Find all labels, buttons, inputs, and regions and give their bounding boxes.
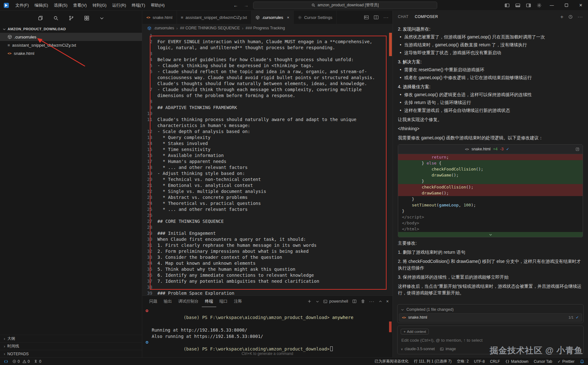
tab-chat[interactable]: CHAT xyxy=(398,14,409,19)
eol-status[interactable]: CRLF xyxy=(490,359,500,364)
panel-tab[interactable]: 端口 xyxy=(216,296,231,307)
minimize-button[interactable]: — xyxy=(545,0,559,11)
diff-expand-bar[interactable] xyxy=(398,232,583,237)
cursor-tab-status[interactable]: Cursor Tab xyxy=(534,359,552,364)
diff-header[interactable]: <> snake.html +4 -3 ✓ xyxy=(398,145,583,154)
menu-item[interactable]: 查看(V) xyxy=(70,1,89,9)
chat-message-area[interactable]: 2. 发现问题所在:虽然状态被重置了，但游戏循环 gameLoop() 只在页面… xyxy=(393,23,588,303)
breadcrumb-heading1[interactable]: ## CORE THINKING SEQUENCE xyxy=(180,26,240,30)
line-number[interactable]: 15 xyxy=(142,147,157,153)
line-number[interactable]: 25 xyxy=(142,206,157,212)
copy-files-icon[interactable] xyxy=(38,15,43,21)
line-number[interactable]: 20 xyxy=(142,177,157,182)
menu-item[interactable]: 运行(R) xyxy=(109,1,129,9)
menu-item[interactable]: 选择(S) xyxy=(51,1,70,9)
split-terminal-icon[interactable] xyxy=(352,299,357,304)
line-number[interactable]: 10 xyxy=(142,111,157,117)
open-file-icon[interactable] xyxy=(575,147,580,151)
tab-cursorrules[interactable]: .cursorrules × xyxy=(252,11,294,24)
editor-pane[interactable]: 1 2 For EVERY SINGLE interaction with hu… xyxy=(142,32,393,295)
line-number[interactable]: 33 xyxy=(142,254,157,260)
indentation-status[interactable]: 空格: 2 xyxy=(457,359,468,364)
tree-item-cursorrules[interactable]: .cursorrules xyxy=(0,33,142,41)
composer-input-box[interactable]: + Add context Edit code (Ctrl+I), @ to m… xyxy=(397,326,584,354)
toggle-secondary-sidebar-icon[interactable] xyxy=(523,0,534,11)
back-arrow-icon[interactable]: ← xyxy=(232,3,240,8)
tab-cursor-settings[interactable]: Cursor Settings xyxy=(294,11,337,24)
formatter-status[interactable]: ✓ Prettier xyxy=(557,359,574,364)
line-number[interactable]: 13 xyxy=(142,135,157,141)
shell-badge[interactable]: powershell xyxy=(323,299,348,304)
line-number[interactable]: 2 xyxy=(142,39,157,51)
panel-tab[interactable]: 输出 xyxy=(161,296,175,307)
tree-item-snake-html[interactable]: <> snake.html xyxy=(0,49,142,57)
tree-item-assistant-snippet[interactable]: ≡ assistant_snippet_dt4wzmCiZy.txt xyxy=(0,41,142,49)
settings-gear-icon[interactable] xyxy=(534,0,545,11)
remote-indicator-icon[interactable] xyxy=(4,359,8,364)
line-number[interactable]: 21 xyxy=(142,182,157,188)
sidebar-section[interactable]: › NOTEPADS xyxy=(0,350,142,357)
line-number[interactable]: 12 xyxy=(142,129,157,135)
more-actions-icon[interactable]: ··· xyxy=(369,299,375,304)
line-number[interactable]: 22 xyxy=(142,188,157,194)
line-number[interactable]: 8 xyxy=(142,99,157,105)
ports-indicator[interactable]: 0 xyxy=(34,359,41,364)
line-number[interactable]: 11 xyxy=(142,117,157,129)
line-number[interactable]: 29 xyxy=(142,230,157,236)
line-number[interactable]: 14 xyxy=(142,141,157,147)
terminal-profile-chevron-icon[interactable] xyxy=(316,300,319,303)
line-number[interactable]: 32 xyxy=(142,248,157,254)
screen-reader-status[interactable]: 已为屏幕阅读器优化 xyxy=(375,359,409,364)
explorer-section-header[interactable]: AMZON_PRODUCT_DOWNLOAD xyxy=(0,25,142,33)
maximize-panel-chevron-icon[interactable] xyxy=(379,300,382,303)
editor-scrollbar[interactable] xyxy=(388,32,393,295)
line-number[interactable]: 17 xyxy=(142,159,157,165)
tab-composer[interactable]: COMPOSER xyxy=(415,14,438,19)
command-center-search[interactable]: amzon_product_download [管理员] xyxy=(253,2,437,9)
tab-snake-html[interactable]: <> snake.html xyxy=(142,11,177,24)
close-panel-icon[interactable]: × xyxy=(386,299,389,304)
markdown-preview-icon[interactable] xyxy=(364,15,369,20)
line-number[interactable]: 9 xyxy=(142,105,157,111)
line-number[interactable]: 35 xyxy=(142,266,157,272)
tab-assistant-snippet[interactable]: ≡ assistant_snippet_dt4wzmCiZy.txt xyxy=(177,11,252,24)
history-icon[interactable] xyxy=(568,14,573,19)
line-number[interactable]: 1 xyxy=(142,33,157,39)
completed-file-row[interactable]: <> snake.html 1/1 ✓ xyxy=(399,313,582,322)
completed-header[interactable]: Completed (1 file changed) xyxy=(399,306,582,313)
attach-image-button[interactable]: image xyxy=(440,347,456,351)
kill-terminal-trash-icon[interactable] xyxy=(361,299,365,304)
toggle-sidebar-icon[interactable] xyxy=(502,0,512,11)
panel-tab[interactable]: 调试控制台 xyxy=(175,296,202,307)
line-number[interactable]: 28 xyxy=(142,224,157,230)
menu-item[interactable]: 终端(T) xyxy=(129,1,148,9)
menu-item[interactable]: 编辑(E) xyxy=(32,1,51,9)
panel-tab[interactable]: 终端 xyxy=(202,296,216,307)
toggle-panel-icon[interactable] xyxy=(512,0,523,11)
more-actions-icon[interactable]: ··· xyxy=(578,14,583,19)
cursor-position-status[interactable]: 行 111, 列 1 (已选择 7) xyxy=(414,359,452,364)
breadcrumb-heading2[interactable]: ### Progress Tracking xyxy=(246,26,285,30)
extensions-icon[interactable] xyxy=(84,15,89,21)
line-number[interactable]: 31 xyxy=(142,242,157,248)
line-number[interactable]: 16 xyxy=(142,153,157,159)
line-number[interactable]: 26 xyxy=(142,212,157,218)
panel-tab[interactable]: 注释 xyxy=(231,296,245,307)
sidebar-section[interactable]: › 大纲 xyxy=(0,335,142,342)
menu-item[interactable]: 文件(F) xyxy=(13,1,32,9)
forward-arrow-icon[interactable]: → xyxy=(243,3,250,8)
line-number[interactable]: 18 xyxy=(142,165,157,171)
new-terminal-icon[interactable] xyxy=(307,299,312,304)
line-number[interactable]: 30 xyxy=(142,236,157,242)
panel-tab[interactable]: 问题 xyxy=(146,296,161,307)
new-chat-icon[interactable]: + xyxy=(560,14,563,20)
editor-content[interactable]: 1 2 For EVERY SINGLE interaction with hu… xyxy=(142,32,388,295)
encoding-status[interactable]: UTF-8 xyxy=(474,359,485,364)
close-tab-icon[interactable]: × xyxy=(287,15,290,20)
terminal-output[interactable]: (base) PS F:\workspace\aicoding\amzon_pr… xyxy=(142,307,393,358)
menu-item[interactable]: 帮助(H) xyxy=(148,1,167,9)
add-context-chip[interactable]: + Add context xyxy=(401,329,429,334)
line-number[interactable]: 34 xyxy=(142,260,157,266)
line-number[interactable]: 23 xyxy=(142,194,157,200)
split-editor-icon[interactable] xyxy=(374,15,379,20)
